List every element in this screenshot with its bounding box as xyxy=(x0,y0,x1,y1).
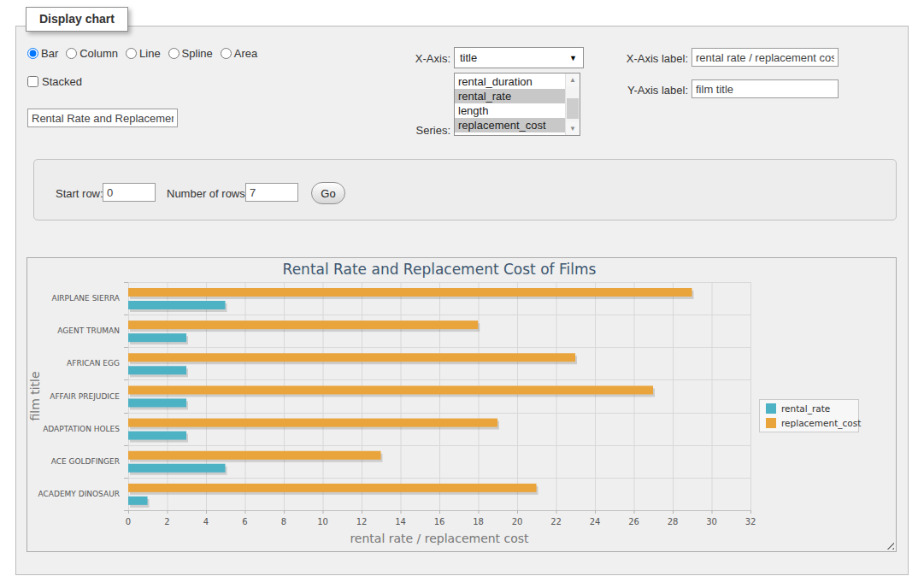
chart-type-option-area[interactable]: Area xyxy=(221,47,257,60)
bar-rental_rate-ace-goldfinger xyxy=(128,464,226,473)
svg-text:26: 26 xyxy=(628,517,639,526)
bar-replacement_cost-ace-goldfinger xyxy=(128,451,381,460)
y-axis-label-input[interactable] xyxy=(692,79,839,98)
svg-text:ACADEMY DINOSAUR: ACADEMY DINOSAUR xyxy=(38,490,120,498)
bar-chart: 02468101214161820222426283032AIRPLANE SI… xyxy=(27,258,896,551)
series-option-replacement_cost[interactable]: replacement_cost xyxy=(455,118,565,132)
stacked-checkbox-row[interactable]: Stacked xyxy=(27,75,82,88)
start-row-caption: Start row: xyxy=(56,187,103,200)
axes xyxy=(128,510,751,514)
bar-rental_rate-adaptation-holes xyxy=(128,432,186,440)
chart-type-label: Bar xyxy=(41,47,58,60)
bar-replacement_cost-agent-truman xyxy=(128,320,478,329)
chart-type-option-line[interactable]: Line xyxy=(126,47,161,60)
series-option-rental_duration[interactable]: rental_duration xyxy=(455,74,565,89)
row-controls-panel: Start row: Number of rows: Go xyxy=(33,159,897,220)
svg-text:12: 12 xyxy=(356,517,368,526)
y-axis-title: film title xyxy=(28,371,42,420)
chart-type-radio-area[interactable] xyxy=(221,48,232,59)
legend-swatch-replacement_cost[interactable] xyxy=(766,418,776,428)
svg-text:ACE GOLDFINGER: ACE GOLDFINGER xyxy=(51,457,120,466)
chart-type-option-column[interactable]: Column xyxy=(66,47,118,60)
x-axis-label-input[interactable] xyxy=(692,48,839,67)
svg-text:20: 20 xyxy=(512,517,523,526)
x-axis-title: rental rate / replacement cost xyxy=(350,532,529,545)
svg-text:2: 2 xyxy=(164,517,169,526)
series-option-rental_rate[interactable]: rental_rate xyxy=(455,89,565,103)
bar-replacement_cost-academy-dinosaur xyxy=(128,484,537,492)
svg-text:14: 14 xyxy=(395,517,406,526)
x-axis-select-value: title xyxy=(460,51,477,64)
chart-container: 02468101214161820222426283032AIRPLANE SI… xyxy=(26,257,897,552)
bars xyxy=(128,288,694,508)
series-options: rental_durationrental_ratelengthreplacem… xyxy=(455,73,565,135)
chart-type-radio-bar[interactable] xyxy=(27,48,38,59)
chart-type-radio-group: BarColumnLineSplineArea xyxy=(27,47,265,60)
chart-type-radio-line[interactable] xyxy=(126,48,137,59)
display-chart-panel: Display chart BarColumnLineSplineArea St… xyxy=(15,26,909,575)
chart-type-label: Column xyxy=(79,47,118,60)
legend-swatch-rental_rate[interactable] xyxy=(766,403,776,414)
svg-text:30: 30 xyxy=(706,517,717,526)
bar-rental_rate-african-egg xyxy=(128,366,186,374)
svg-text:10: 10 xyxy=(317,517,328,526)
svg-text:32: 32 xyxy=(745,517,756,526)
category-labels: AIRPLANE SIERRAAGENT TRUMANAFRICAN EGGAF… xyxy=(38,294,121,498)
svg-text:24: 24 xyxy=(590,517,601,526)
bar-rental_rate-affair-prejudice xyxy=(128,398,186,407)
svg-text:AGENT TRUMAN: AGENT TRUMAN xyxy=(57,326,120,335)
x-tick-labels: 02468101214161820222426283032 xyxy=(126,517,756,526)
x-axis-caption: X-Axis: xyxy=(391,52,450,65)
scroll-thumb[interactable] xyxy=(567,98,579,119)
chart-legend: rental_ratereplacement_cost xyxy=(760,400,862,432)
svg-text:AIRPLANE SIERRA: AIRPLANE SIERRA xyxy=(51,294,120,303)
number-of-rows-input[interactable] xyxy=(245,183,298,202)
chart-type-option-spline[interactable]: Spline xyxy=(168,47,213,60)
legend-label-rental_rate[interactable]: rental_rate xyxy=(781,403,830,414)
number-of-rows-caption: Number of rows: xyxy=(167,187,248,200)
svg-text:6: 6 xyxy=(242,517,247,526)
chart-title-input[interactable] xyxy=(27,109,178,127)
bar-replacement_cost-adaptation-holes xyxy=(128,419,497,427)
bar-replacement_cost-airplane-sierra xyxy=(128,288,692,297)
chart-type-label: Spline xyxy=(182,47,213,60)
scrollbar[interactable]: ▲ ▼ xyxy=(565,73,580,135)
stacked-label: Stacked xyxy=(42,75,82,88)
series-caption: Series: xyxy=(391,124,450,137)
svg-text:4: 4 xyxy=(203,517,209,526)
svg-text:16: 16 xyxy=(434,517,445,526)
scroll-down-icon[interactable]: ▼ xyxy=(566,122,580,135)
svg-text:0: 0 xyxy=(126,517,131,526)
svg-text:AFRICAN EGG: AFRICAN EGG xyxy=(67,359,120,367)
svg-text:AFFAIR PREJUDICE: AFFAIR PREJUDICE xyxy=(50,392,120,401)
stacked-checkbox[interactable] xyxy=(27,76,38,87)
svg-text:18: 18 xyxy=(473,517,484,526)
y-axis-label-caption: Y-Axis label: xyxy=(609,84,688,97)
bar-replacement_cost-affair-prejudice xyxy=(128,385,653,394)
scroll-up-icon[interactable]: ▲ xyxy=(566,73,580,86)
svg-text:8: 8 xyxy=(281,517,286,526)
go-button[interactable]: Go xyxy=(311,182,345,204)
start-row-input[interactable] xyxy=(103,183,156,202)
x-axis-select[interactable]: title ▼ xyxy=(454,47,584,68)
legend-label-replacement_cost[interactable]: replacement_cost xyxy=(781,418,861,429)
bar-rental_rate-academy-dinosaur xyxy=(128,497,148,505)
bar-replacement_cost-african-egg xyxy=(128,353,575,362)
chart-type-radio-spline[interactable] xyxy=(168,48,180,59)
chart-type-label: Area xyxy=(234,47,257,60)
series-option-length[interactable]: length xyxy=(455,103,565,118)
svg-text:28: 28 xyxy=(668,517,679,526)
chart-title: Rental Rate and Replacement Cost of Film… xyxy=(283,261,597,278)
svg-text:22: 22 xyxy=(550,517,562,526)
bar-rental_rate-agent-truman xyxy=(128,333,186,342)
chevron-down-icon: ▼ xyxy=(569,54,577,62)
svg-text:ADAPTATION HOLES: ADAPTATION HOLES xyxy=(43,425,120,433)
series-listbox[interactable]: rental_durationrental_ratelengthreplacem… xyxy=(454,73,580,136)
x-axis-label-caption: X-Axis label: xyxy=(609,52,688,65)
chart-type-radio-column[interactable] xyxy=(66,48,77,59)
chart-type-label: Line xyxy=(139,47,161,60)
chart-type-option-bar[interactable]: Bar xyxy=(27,47,58,60)
bar-rental_rate-airplane-sierra xyxy=(128,301,226,309)
panel-legend: Display chart xyxy=(26,7,128,32)
